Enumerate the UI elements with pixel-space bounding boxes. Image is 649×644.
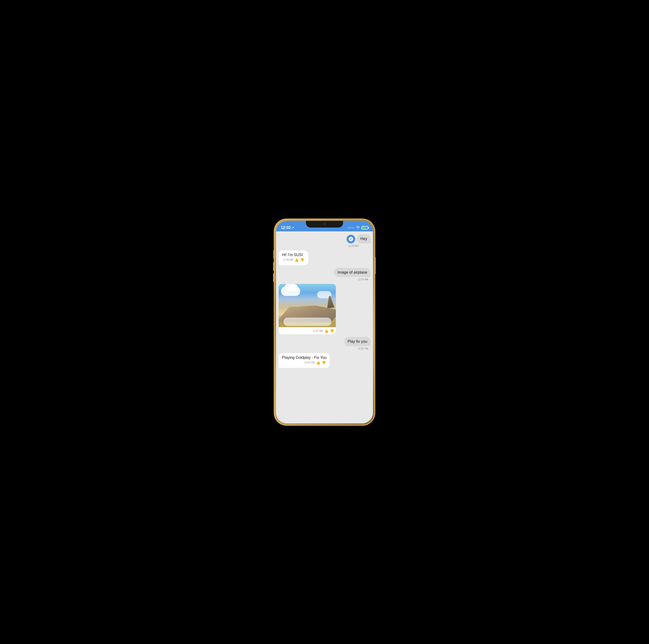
message-timestamp: 11:56 AM: [283, 259, 293, 261]
signal-dot-4: [352, 227, 353, 228]
message-row: Image of airplane 11:57 AM: [278, 268, 371, 281]
message-text: Image of airplane: [338, 270, 367, 274]
image-bubble: 11:57 AM 👍 👎: [278, 284, 336, 335]
message-bubble: Hey: [357, 234, 371, 244]
message-row: Play fix you 12:01 PM: [278, 337, 371, 350]
message-text: Play fix you: [348, 339, 367, 343]
signal-dot-3: [350, 227, 351, 228]
avatar: [347, 235, 355, 244]
bubble-meta: 11:57 AM 👍 👎: [279, 328, 336, 334]
signal-dot-2: [349, 227, 350, 228]
notch: [306, 221, 343, 227]
location-icon: ↗: [292, 226, 294, 229]
thumbdown-icon[interactable]: 👎: [330, 329, 334, 333]
message-bubble: Play fix you: [344, 337, 371, 346]
bubble-meta: 12:01 PM 👍 👎: [282, 361, 327, 366]
message-timestamp: 12:01 PM: [358, 347, 368, 350]
thumbup-icon[interactable]: 👍: [295, 258, 299, 262]
bubble-wrapper: Hey: [347, 234, 371, 244]
message-row: Playing Coldplay - Fix You 12:01 PM 👍 👎: [278, 353, 371, 368]
time-display: 12:02: [281, 226, 291, 230]
signal-dot-5: [353, 227, 354, 228]
chat-area[interactable]: Hey 11:56 AM Hi! I: [276, 231, 373, 423]
signal-dot-1: [348, 227, 348, 228]
phone-screen: 12:02 ↗: [276, 221, 373, 423]
thumbup-icon[interactable]: 👍: [316, 361, 320, 364]
message-text: Playing Coldplay - Fix You: [282, 355, 327, 359]
phone-wrapper: 12:02 ↗: [274, 219, 375, 425]
message-timestamp: 11:57 AM: [358, 278, 368, 281]
wifi-icon: [356, 226, 360, 230]
thumbdown-icon[interactable]: 👎: [300, 258, 304, 262]
signal-dots: [348, 227, 354, 228]
message-row: Hi! I'm SUSI 11:56 AM 👍 👎: [278, 250, 371, 265]
status-time: 12:02 ↗: [281, 226, 294, 230]
bubble-meta: 11:56 AM 👍 👎: [282, 258, 305, 263]
phone-frame: 12:02 ↗: [274, 219, 375, 425]
ground-cloud: [284, 317, 332, 326]
message-timestamp: 11:57 AM: [313, 330, 323, 332]
message-row: Hey 11:56 AM: [278, 234, 371, 248]
message-bubble: Image of airplane: [334, 268, 371, 277]
message-timestamp: 12:01 PM: [304, 361, 315, 364]
bubble-wrapper: Image of airplane: [334, 268, 371, 277]
message-bubble: Hi! I'm SUSI 11:56 AM 👍 👎: [278, 250, 309, 265]
thumbdown-icon[interactable]: 👎: [321, 361, 326, 364]
battery-fill: [362, 227, 366, 229]
cloud-1: [281, 286, 300, 296]
battery-icon: [361, 226, 368, 229]
message-text: Hey: [360, 237, 367, 241]
message-bubble: Playing Coldplay - Fix You 12:01 PM 👍 👎: [278, 353, 330, 368]
message-text: Hi! I'm SUSI: [282, 253, 303, 257]
message-row: 11:57 AM 👍 👎: [278, 284, 371, 335]
bubble-wrapper: Play fix you: [344, 337, 371, 346]
thumbup-icon[interactable]: 👍: [324, 329, 328, 333]
message-timestamp: 11:56 AM: [348, 245, 358, 247]
airplane-image: [279, 284, 336, 327]
status-icons: [348, 226, 368, 230]
